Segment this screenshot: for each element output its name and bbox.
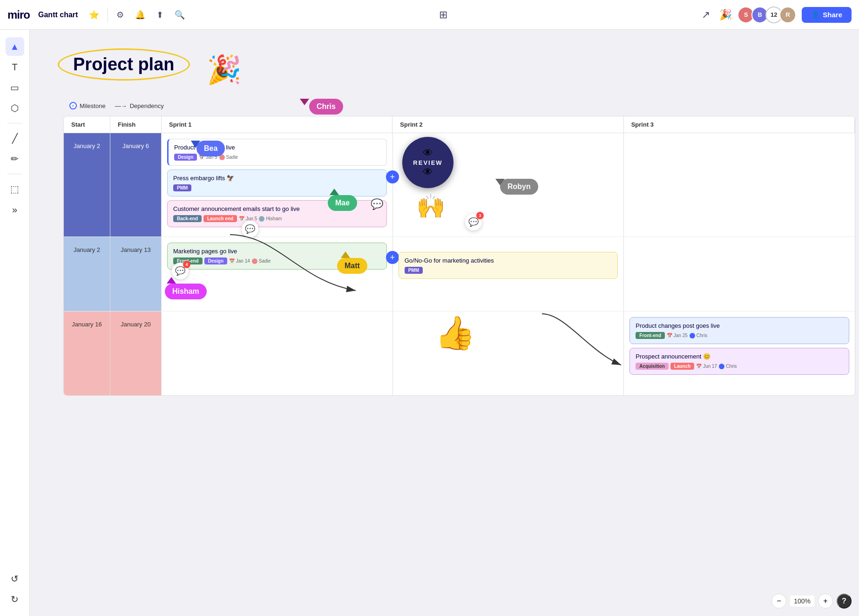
sticky-note-button[interactable]: ▭: [6, 78, 24, 97]
project-title-area: Project plan: [58, 48, 190, 81]
task-customer-emails-tags: Back-end Launch end 📅 Jun 5 Hisham: [173, 215, 381, 222]
tag-pmm-2: PMM: [405, 267, 423, 274]
topbar: miro Gantt chart ⭐ ⚙ 🔔 ⬆ 🔍 ⊞ ↗ 🎉 S B 12 …: [0, 0, 859, 30]
row2-sprint2: Go/No-Go for marketing activities PMM: [393, 237, 624, 311]
tag-design: Design: [174, 154, 197, 161]
task-prospect-announcement-tags: Acquisition Launch 📅 Jun 17 Chris: [636, 363, 843, 370]
header-sprint2: Sprint 2: [392, 116, 623, 133]
left-toolbar: ▲ T ▭ ⬡ ╱ ✏ ⬚ » ↺ ↻: [0, 30, 30, 616]
share-label: Share: [823, 11, 842, 19]
task-go-nogo[interactable]: Go/No-Go for marketing activities PMM: [399, 252, 618, 279]
cursor-arrow-bea: [191, 141, 200, 148]
task-customer-emails[interactable]: Customer announcement emails start to go…: [167, 200, 387, 227]
more-tools-button[interactable]: »: [6, 200, 24, 219]
redo-button[interactable]: ↻: [6, 590, 24, 609]
tag-date-jan14: 📅 Jan 14: [229, 258, 250, 264]
upload-button[interactable]: ⬆: [154, 7, 166, 23]
toolbar-separator-1: [7, 123, 22, 123]
row2-finish-date: January 13: [121, 246, 150, 253]
chat-icon-1[interactable]: 💬: [371, 198, 383, 210]
party-sticker: 🎉: [207, 53, 242, 86]
select-tool-button[interactable]: ▲: [6, 37, 24, 56]
help-button[interactable]: ?: [837, 594, 852, 609]
tag-user-sadie: Sadie: [219, 155, 238, 160]
cursor-arrow-matt: [341, 251, 350, 258]
board-content: Project plan 🎉 + Milestone —→ Dependency…: [30, 30, 859, 616]
dependency-arrow: —→: [115, 102, 127, 109]
avatar-group: S B 12 R: [740, 7, 796, 23]
topbar-right: ↗ 🎉 S B 12 R 👤 Share: [699, 6, 852, 24]
tag-acquisition: Acquisition: [636, 363, 668, 370]
review-eye-top: 👁: [423, 147, 433, 159]
gantt-chart-title: Gantt chart: [38, 11, 78, 19]
row1-start: January 2: [64, 133, 110, 237]
gantt-row-1: January 2 January 6 Product Hunt goes li…: [64, 133, 855, 237]
miro-logo: miro: [7, 8, 30, 21]
star-button[interactable]: ⭐: [86, 7, 102, 23]
row3-sprint1: [162, 311, 393, 395]
dependency-label: Dependency: [130, 102, 164, 109]
shapes-button[interactable]: ⬡: [6, 99, 24, 117]
row2-finish: January 13: [110, 237, 162, 311]
task-press-embargo-tags: PMM: [173, 184, 381, 191]
search-button[interactable]: 🔍: [172, 7, 188, 23]
legend: + Milestone —→ Dependency: [69, 102, 164, 109]
thumbs-up-sticker: 👍: [435, 314, 475, 352]
undo-button[interactable]: ↺: [6, 569, 24, 588]
task-press-embargo-title: Press embargo lifts 🦅: [173, 175, 381, 182]
milestone-legend: + Milestone: [69, 102, 106, 109]
tag-date-jan25: 📅 Jan 25: [667, 333, 688, 338]
topbar-title-area: Gantt chart: [35, 8, 81, 22]
topbar-center: ⊞: [436, 6, 450, 24]
row1-sprint3: [624, 133, 855, 237]
row3-sprint3: Product changes post goes live Front-end…: [624, 311, 855, 395]
task-go-nogo-tags: PMM: [405, 267, 612, 274]
header-finish: Finish: [110, 116, 162, 133]
zoom-in-button[interactable]: +: [818, 594, 833, 609]
avatar-3[interactable]: R: [779, 7, 796, 23]
comment-bubble-2[interactable]: 💬: [242, 221, 258, 237]
tag-frontend-2: Front-end: [636, 332, 665, 339]
tag-user-sadie-2: Sadie: [252, 258, 271, 264]
task-product-changes[interactable]: Product changes post goes live Front-end…: [629, 317, 849, 344]
cursor-tool-button[interactable]: ↗: [699, 6, 713, 24]
task-marketing-pages-tags: Front-end Design 📅 Jan 14 Sadie: [173, 257, 381, 264]
cursor-arrow-hisham: [167, 277, 176, 284]
task-marketing-pages[interactable]: Marketing pages go live Front-end Design…: [167, 243, 387, 270]
celebration-button[interactable]: 🎉: [717, 6, 735, 24]
frame-tool-button[interactable]: ⬚: [6, 180, 24, 198]
task-press-embargo[interactable]: Press embargo lifts 🦅 PMM: [167, 169, 387, 196]
review-eye-bottom: 👁: [423, 166, 433, 178]
text-tool-button[interactable]: T: [6, 58, 24, 76]
comment-badge-4: 4: [183, 261, 190, 268]
project-title-oval: Project plan: [58, 48, 190, 81]
pen-tool-button[interactable]: ✏: [6, 149, 24, 168]
share-button[interactable]: 👤 Share: [802, 7, 852, 23]
task-product-changes-tags: Front-end 📅 Jan 25 Chris: [636, 332, 843, 339]
line-tool-button[interactable]: ╱: [6, 129, 24, 148]
grid-add-button[interactable]: ⊞: [436, 6, 450, 24]
header-sprint3: Sprint 3: [624, 116, 855, 133]
settings-button[interactable]: ⚙: [114, 7, 127, 23]
milestone-label: Milestone: [80, 102, 106, 109]
comment-bubble-3[interactable]: 💬 3: [465, 214, 482, 230]
header-sprint1: Sprint 1: [162, 116, 392, 133]
zoom-out-button[interactable]: −: [771, 594, 786, 609]
zoom-controls: − 100% + ?: [771, 594, 852, 609]
task-prospect-announcement[interactable]: Prospect announcement 😊 Acquisition Laun…: [629, 348, 849, 375]
comment-bubble-1[interactable]: 💬 4: [172, 263, 189, 279]
bell-button[interactable]: 🔔: [132, 7, 148, 23]
row1-finish: January 6: [110, 133, 162, 237]
header-start: Start: [64, 116, 110, 133]
tag-user-chris-1: Chris: [690, 333, 707, 338]
tag-launch-2: Launch: [670, 363, 695, 370]
task-product-changes-title: Product changes post goes live: [636, 322, 843, 329]
cursor-arrow-robyn: [495, 179, 505, 185]
toolbar-separator-2: [7, 174, 22, 174]
row3-finish: January 20: [110, 311, 162, 395]
task-product-hunt-tags: Design 📅 Jan 5 Sadie: [174, 154, 381, 161]
row2-start-date: January 2: [74, 246, 100, 253]
cursor-label-chris: Chris: [309, 99, 343, 115]
cursor-arrow-chris: [300, 99, 309, 105]
cursor-arrow-mae: [330, 189, 339, 195]
